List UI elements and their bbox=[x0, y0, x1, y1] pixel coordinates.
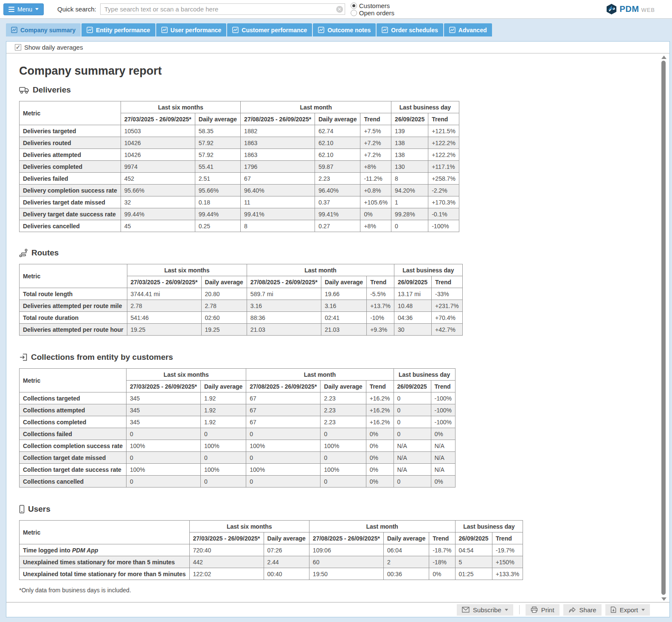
tab-user-performance[interactable]: User performance bbox=[156, 23, 227, 36]
six-months-daily-average-cell: 0.18 bbox=[195, 196, 240, 208]
last-month-value-cell: 21.03 bbox=[247, 324, 321, 336]
col-header-month-range: 27/08/2025 - 26/09/2025* bbox=[247, 276, 321, 288]
business-day-trend-cell: +122.2% bbox=[428, 149, 459, 161]
six-months-value-cell: 0 bbox=[126, 428, 200, 440]
section-title-routes: Routes bbox=[19, 248, 652, 258]
col-header-daily-average: Daily average bbox=[195, 113, 240, 125]
col-header-trend: Trend bbox=[432, 276, 463, 288]
col-header-daily-average: Daily average bbox=[201, 276, 247, 288]
last-month-trend-cell: +7.2% bbox=[360, 137, 391, 149]
six-months-daily-average-cell: 20.80 bbox=[201, 288, 247, 300]
radio-customers[interactable]: Customers bbox=[351, 2, 394, 9]
col-header-trend: Trend bbox=[429, 532, 455, 544]
business-day-value-cell: N/A bbox=[394, 440, 431, 452]
table-row: Delivery completion success rate95.66%95… bbox=[20, 185, 459, 196]
col-header-month-range: 27/08/2025 - 26/09/2025* bbox=[246, 381, 321, 392]
section-title-deliveries: Deliveries bbox=[19, 85, 652, 95]
last-month-daily-average-cell: 2 bbox=[383, 556, 429, 568]
toolbar-divider bbox=[519, 605, 520, 614]
col-header-last-month: Last month bbox=[241, 101, 391, 113]
last-month-daily-average-cell: 2.23 bbox=[321, 416, 366, 428]
share-button[interactable]: Share bbox=[563, 604, 602, 616]
last-month-trend-cell: +8% bbox=[360, 220, 391, 232]
metric-cell: Deliveries routed bbox=[20, 137, 121, 149]
tab-outcome-notes[interactable]: Outcome notes bbox=[313, 23, 376, 36]
table-row: Deliveries attempted per route mile2.782… bbox=[20, 300, 463, 312]
scroll-up-arrow-icon[interactable] bbox=[661, 56, 666, 59]
col-header-daily-average: Daily average bbox=[321, 276, 366, 288]
checkbox-checked-icon: ✓ bbox=[15, 44, 21, 50]
table-row: Collection target date missed00000%N/AN/… bbox=[20, 452, 455, 464]
table-row: Collections cancelled00000%00% bbox=[20, 476, 455, 488]
business-day-value-cell: 10.48 bbox=[394, 300, 432, 312]
metric-cell: Collection target date missed bbox=[20, 452, 127, 464]
tab-customer-performance[interactable]: Customer performance bbox=[227, 23, 312, 36]
report-area: Company summary report DeliveriesMetricL… bbox=[6, 53, 669, 602]
last-month-trend-cell: +9.3% bbox=[367, 324, 394, 336]
table-row: Deliveries targeted1050358.35188262.74+7… bbox=[20, 125, 459, 137]
truck-icon bbox=[19, 86, 29, 94]
metric-cell: Deliveries cancelled bbox=[20, 220, 121, 232]
routes-table: MetricLast six monthsLast monthLast busi… bbox=[19, 264, 463, 336]
business-day-trend-cell: +42.7% bbox=[432, 324, 463, 336]
tab-order-schedules[interactable]: Order schedules bbox=[377, 23, 443, 36]
radio-label: Open orders bbox=[359, 9, 394, 17]
section-title-text: Users bbox=[28, 504, 51, 514]
six-months-daily-average-cell: 100% bbox=[201, 464, 246, 476]
clear-search-icon[interactable]: ✕ bbox=[336, 6, 343, 13]
metric-cell: Unexplained total time stationary for mo… bbox=[20, 568, 190, 580]
mobile-icon bbox=[19, 505, 25, 513]
vertical-scrollbar[interactable] bbox=[660, 55, 667, 602]
scroll-down-arrow-icon[interactable] bbox=[661, 597, 666, 601]
col-header-daily-average: Daily average bbox=[315, 113, 360, 125]
print-button[interactable]: Print bbox=[526, 604, 560, 616]
radio-open-orders[interactable]: Open orders bbox=[351, 9, 394, 17]
radio-selected-icon bbox=[351, 3, 357, 9]
last-month-daily-average-cell: 02:41 bbox=[321, 312, 366, 324]
last-month-trend-cell: +13.7% bbox=[367, 300, 394, 312]
export-button[interactable]: Export bbox=[605, 604, 650, 616]
last-month-value-cell: 19:50 bbox=[309, 568, 383, 580]
metric-cell: Collections failed bbox=[20, 428, 127, 440]
tab-entity-performance[interactable]: Entity performance bbox=[82, 23, 155, 36]
six-months-daily-average-cell: 58.35 bbox=[195, 125, 240, 137]
scrollbar-thumb[interactable] bbox=[661, 61, 666, 595]
business-day-trend-cell: 0% bbox=[431, 476, 455, 488]
business-day-trend-cell: -33% bbox=[432, 288, 463, 300]
tab-advanced[interactable]: Advanced bbox=[444, 23, 492, 36]
tab-company-summary[interactable]: Company summary bbox=[6, 23, 81, 36]
six-months-daily-average-cell: 0 bbox=[201, 452, 246, 464]
last-month-trend-cell: -11.2% bbox=[360, 173, 391, 185]
last-month-daily-average-cell: 62.10 bbox=[315, 149, 360, 161]
business-day-value-cell: 04:54 bbox=[455, 544, 492, 556]
search-input[interactable] bbox=[100, 3, 345, 15]
col-header-trend: Trend bbox=[492, 532, 523, 544]
tab-label: Outcome notes bbox=[327, 27, 371, 34]
business-day-value-cell: 0 bbox=[394, 416, 431, 428]
menu-button[interactable]: Menu bbox=[3, 3, 44, 15]
six-months-value-cell: 3744.41 mi bbox=[127, 288, 201, 300]
subscribe-button[interactable]: Subscribe bbox=[457, 604, 513, 616]
business-day-trend-cell: -100% bbox=[431, 392, 455, 404]
six-months-daily-average-cell: 100% bbox=[201, 440, 246, 452]
table-row: Collections completed3451.92672.23+16.2%… bbox=[20, 416, 455, 428]
quick-search-label: Quick search: bbox=[57, 6, 96, 13]
metric-cell: Deliveries attempted per route hour bbox=[20, 324, 127, 336]
six-months-value-cell: 720:40 bbox=[189, 544, 264, 556]
last-month-daily-average-cell: 62.10 bbox=[315, 137, 360, 149]
col-header-daily-average: Daily average bbox=[321, 381, 366, 392]
search-scope-radios: CustomersOpen orders bbox=[345, 2, 394, 17]
six-months-daily-average-cell: 0 bbox=[201, 428, 246, 440]
last-month-value-cell: 100% bbox=[246, 464, 321, 476]
business-day-trend-cell: +231.7% bbox=[432, 300, 463, 312]
print-label: Print bbox=[541, 606, 554, 614]
route-icon bbox=[19, 249, 28, 258]
metric-cell: Deliveries failed bbox=[20, 173, 121, 185]
business-day-value-cell: N/A bbox=[394, 452, 431, 464]
six-months-daily-average-cell: 2.44 bbox=[264, 556, 309, 568]
export-file-icon bbox=[610, 606, 616, 613]
col-header-month-range: 27/08/2025 - 26/09/2025* bbox=[309, 532, 383, 544]
six-months-daily-average-cell: 07:26 bbox=[264, 544, 309, 556]
show-daily-averages-checkbox[interactable]: ✓ Show daily averages bbox=[15, 44, 83, 51]
last-month-value-cell: 11 bbox=[241, 196, 315, 208]
